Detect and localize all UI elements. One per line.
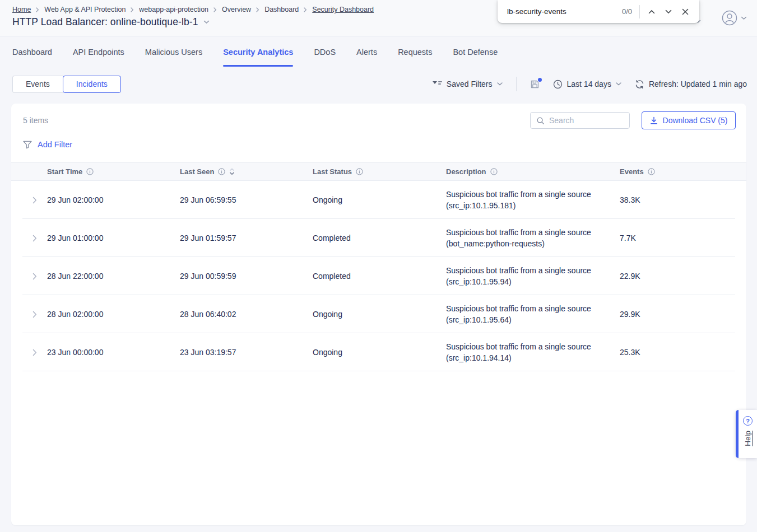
column-start-time[interactable]: Start Time: [47, 167, 180, 176]
saved-filters-dropdown[interactable]: Saved Filters: [433, 80, 503, 88]
incidents-toggle-button[interactable]: Incidents: [63, 76, 121, 93]
expand-row-icon[interactable]: [29, 232, 40, 244]
cell-last-status: Completed: [313, 234, 446, 242]
info-icon[interactable]: [490, 168, 498, 175]
cell-start-time: 28 Jun 22:00:00: [47, 272, 180, 281]
info-icon[interactable]: [86, 168, 94, 175]
info-icon[interactable]: [356, 168, 363, 175]
breadcrumb-security-dashboard[interactable]: Security Dashboard: [312, 6, 374, 13]
user-menu-chevron-icon: [741, 16, 747, 20]
info-icon[interactable]: [218, 168, 225, 175]
add-filter-button[interactable]: Add Filter: [23, 137, 72, 152]
search-input[interactable]: [549, 116, 624, 125]
add-filter-label: Add Filter: [38, 140, 72, 149]
breadcrumb-separator-icon: [213, 7, 217, 12]
column-events[interactable]: Events: [620, 167, 746, 176]
find-close-button[interactable]: [677, 3, 694, 20]
funnel-icon: [23, 141, 32, 149]
column-label: Start Time: [47, 167, 82, 176]
column-label: Description: [446, 167, 486, 176]
filter-controls: Saved Filters Last 14 days Refresh: Upda…: [433, 77, 747, 91]
cell-events: 29.9K: [620, 310, 746, 319]
table-row: 23 Jun 00:00:00 23 Jun 03:19:57 Ongoing …: [11, 333, 746, 371]
breadcrumb-home[interactable]: Home: [12, 6, 31, 13]
cell-last-seen: 28 Jun 06:40:02: [180, 310, 313, 319]
column-last-status[interactable]: Last Status: [313, 167, 446, 176]
breadcrumb-separator-icon: [304, 7, 307, 12]
refresh-icon: [635, 80, 644, 89]
tab-requests[interactable]: Requests: [398, 37, 432, 67]
cell-events: 38.3K: [620, 195, 746, 204]
avatar-icon: [722, 10, 737, 26]
tab-security-analytics[interactable]: Security Analytics: [223, 37, 293, 67]
save-filter-button[interactable]: [530, 80, 540, 89]
cell-last-status: Ongoing: [313, 348, 446, 357]
tab-malicious-users[interactable]: Malicious Users: [145, 37, 202, 67]
table-header: Start Time Last Seen Last Status Descrip…: [11, 162, 746, 181]
find-in-page-bar: lb-security-events 0/0: [498, 0, 699, 23]
column-description[interactable]: Description: [446, 167, 620, 176]
table-row: 29 Jun 02:00:00 29 Jun 06:59:55 Ongoing …: [11, 181, 746, 219]
clock-icon: [553, 80, 563, 89]
download-csv-label: Download CSV (5): [663, 116, 728, 125]
expand-row-icon[interactable]: [29, 347, 40, 358]
table-row: 28 Jun 22:00:00 29 Jun 00:59:59 Complete…: [11, 257, 746, 295]
tab-ddos[interactable]: DDoS: [314, 37, 336, 67]
cell-description: Suspicious bot traffic from a single sou…: [446, 341, 620, 363]
tab-bot-defense[interactable]: Bot Defense: [453, 37, 498, 67]
table-search[interactable]: [530, 112, 630, 129]
cell-start-time: 29 Jun 01:00:00: [47, 234, 180, 242]
items-count: 5 items: [23, 116, 48, 125]
breadcrumb-overview[interactable]: Overview: [222, 6, 251, 13]
events-toggle-button[interactable]: Events: [12, 76, 63, 93]
time-range-dropdown[interactable]: Last 14 days: [553, 80, 621, 89]
cell-description: Suspicious bot traffic from a single sou…: [446, 303, 620, 325]
tab-dashboard[interactable]: Dashboard: [12, 37, 52, 67]
expand-row-icon[interactable]: [29, 270, 40, 282]
cell-start-time: 29 Jun 02:00:00: [47, 195, 180, 204]
breadcrumb-dashboard[interactable]: Dashboard: [264, 6, 299, 13]
incidents-panel: 5 items Download CSV (5) Add Filter Star…: [11, 104, 746, 525]
find-bar-divider: [639, 5, 640, 18]
load-balancer-selector-chevron-icon[interactable]: [203, 20, 210, 24]
find-next-button[interactable]: [660, 3, 677, 20]
section-tabs: Dashboard API Endpoints Malicious Users …: [0, 37, 757, 67]
info-icon[interactable]: [648, 168, 655, 175]
table-row: 29 Jun 01:00:00 29 Jun 01:59:57 Complete…: [11, 219, 746, 257]
page-title: HTTP Load Balancer: online-boutique-lb-1: [12, 16, 198, 28]
page-title-row: HTTP Load Balancer: online-boutique-lb-1: [12, 16, 210, 28]
filter-list-icon: [433, 81, 442, 87]
cell-description: Suspicious bot traffic from a single sou…: [446, 227, 620, 249]
cell-last-status: Ongoing: [313, 195, 446, 204]
find-query-text[interactable]: lb-security-events: [507, 7, 622, 16]
cell-start-time: 23 Jun 00:00:00: [47, 348, 180, 357]
tab-api-endpoints[interactable]: API Endpoints: [73, 37, 124, 67]
breadcrumb-namespace[interactable]: webapp-api-protection: [139, 6, 208, 13]
view-toggle: Events Incidents: [12, 76, 121, 93]
table-row: 28 Jun 02:00:00 28 Jun 06:40:02 Ongoing …: [11, 295, 746, 333]
find-previous-button[interactable]: [643, 3, 660, 20]
find-match-count: 0/0: [622, 7, 632, 16]
column-label: Last Status: [313, 167, 352, 176]
cell-last-status: Completed: [313, 272, 446, 281]
cell-events: 25.3K: [620, 348, 746, 357]
expand-row-icon[interactable]: [29, 194, 40, 206]
cell-last-seen: 29 Jun 00:59:59: [180, 272, 313, 281]
download-csv-button[interactable]: Download CSV (5): [642, 111, 736, 129]
breadcrumb-separator-icon: [256, 7, 259, 12]
refresh-label: Refresh: Updated 1 min ago: [649, 80, 747, 88]
saved-filters-label: Saved Filters: [447, 80, 493, 88]
breadcrumb-separator-icon: [36, 7, 39, 12]
expand-row-icon[interactable]: [29, 309, 40, 320]
sort-descending-icon[interactable]: [229, 168, 235, 175]
refresh-button[interactable]: Refresh: Updated 1 min ago: [635, 80, 747, 89]
column-last-seen[interactable]: Last Seen: [180, 167, 313, 176]
user-menu[interactable]: [722, 10, 747, 26]
help-button[interactable]: ? Help: [736, 410, 757, 458]
column-label: Last Seen: [180, 167, 214, 176]
time-range-chevron-icon: [616, 82, 621, 86]
breadcrumb-waap[interactable]: Web App & API Protection: [44, 6, 126, 13]
cell-last-status: Ongoing: [313, 310, 446, 319]
tab-alerts[interactable]: Alerts: [356, 37, 377, 67]
download-icon: [650, 116, 658, 125]
